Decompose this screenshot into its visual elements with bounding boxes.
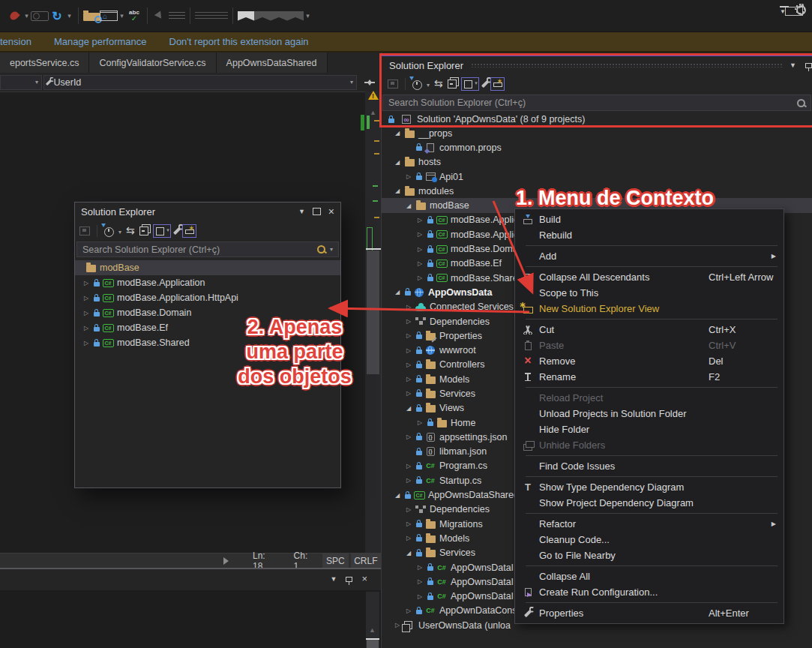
expander-icon[interactable] [415, 231, 425, 238]
scroll-up-icon[interactable]: ▲ [370, 109, 376, 116]
refactor[interactable]: Refactor ▶ [515, 516, 784, 532]
expander-icon[interactable] [392, 188, 403, 194]
warning-icon[interactable] [368, 91, 379, 100]
maximize-icon[interactable] [313, 208, 321, 215]
dropdown-icon[interactable] [22, 6, 31, 26]
show-all-files-icon[interactable] [461, 77, 479, 91]
hosts[interactable]: hosts [382, 155, 812, 170]
pin-icon[interactable] [346, 577, 352, 582]
hide-folder[interactable]: Hide Folder ▶ [515, 422, 784, 437]
expander-icon[interactable] [403, 520, 414, 527]
line-ending-indicator[interactable]: CRLF [351, 554, 381, 569]
clear-bookmarks-icon[interactable] [287, 11, 304, 21]
expander-icon[interactable] [403, 362, 414, 368]
dropdown-icon[interactable] [118, 226, 121, 236]
search-input[interactable]: Search Solution Explorer (Ctrl+ç) ▾ [76, 242, 339, 257]
expander-icon[interactable] [415, 246, 425, 253]
expander-icon[interactable] [415, 419, 425, 426]
overflow-icon[interactable] [304, 6, 312, 26]
expander-icon[interactable] [392, 492, 403, 499]
expander-icon[interactable] [415, 260, 425, 267]
show-type-dependency-diagram[interactable]: Show Type Dependency Diagram ▶ [515, 479, 784, 495]
spaces-indicator[interactable]: SPC [322, 554, 349, 569]
restart-icon[interactable] [49, 6, 65, 26]
collapse-all[interactable]: Collapse All ▶ [515, 568, 784, 584]
toolbar-separator[interactable] [147, 8, 148, 24]
pending-changes-filter-icon[interactable] [412, 80, 422, 90]
chevron-down-icon[interactable]: ▼ [298, 208, 305, 215]
chevron-down-icon[interactable]: ▼ [790, 62, 796, 69]
document-list-icon[interactable] [780, 6, 789, 15]
close-icon[interactable]: × [328, 208, 334, 215]
home-window-icon[interactable] [100, 10, 118, 21]
expander-icon[interactable] [403, 173, 414, 180]
expander-icon[interactable] [403, 405, 414, 412]
expander-icon[interactable] [392, 159, 403, 166]
indent-decrease-icon[interactable] [195, 12, 211, 20]
preview-selected-items-icon[interactable] [490, 77, 505, 91]
eportsservice-cs[interactable]: eportsService.cs [0, 52, 89, 73]
sync-selection-icon[interactable] [79, 226, 90, 236]
expander-icon[interactable] [403, 390, 414, 397]
expander-icon[interactable] [403, 506, 414, 513]
unload-projects-in-solution-folder[interactable]: Unload Projects in Solution Folder ▶ [515, 406, 784, 422]
properties-icon[interactable] [173, 227, 181, 235]
build[interactable]: Build ▶ [515, 212, 784, 227]
expander-icon[interactable] [415, 593, 425, 600]
dropdown-icon[interactable] [65, 6, 73, 26]
floating-window-title-bar[interactable]: Solution Explorer ▼ × [75, 202, 340, 220]
rebuild[interactable]: Rebuild ▶ [515, 227, 784, 243]
search-icon[interactable] [797, 99, 805, 107]
props[interactable]: __props [382, 126, 812, 140]
scroll-up-icon[interactable]: ▲ [369, 626, 376, 634]
appownsdatashared[interactable]: AppOwnsDataShared [217, 52, 328, 73]
bottom-panel-scrollbar[interactable]: ▲ [366, 592, 379, 648]
member-dropdown[interactable]: UserId ▾ [43, 75, 357, 90]
unhide-folders[interactable]: Unhide Folders ▶ [515, 437, 784, 453]
collapse-all-icon[interactable] [139, 226, 148, 236]
chevron-down-icon[interactable]: ▾ [330, 246, 333, 253]
rename[interactable]: Rename F2 ▶ [515, 369, 784, 385]
sync-selection-icon[interactable] [388, 80, 398, 88]
expander-icon[interactable] [403, 477, 414, 484]
history-icon[interactable] [31, 11, 49, 21]
info-bar-link[interactable]: tension [0, 36, 31, 47]
play-icon[interactable] [223, 557, 229, 565]
expander-icon[interactable] [403, 318, 414, 325]
configvalidatorservice-cs[interactable]: ConfigValidatorService.cs [89, 52, 216, 73]
preview-selected-items-icon[interactable] [182, 224, 196, 238]
common-props[interactable]: common.props [382, 140, 812, 154]
scrollbar-thumb[interactable] [367, 640, 379, 648]
expander-icon[interactable] [415, 564, 425, 571]
info-bar-link[interactable]: Manage performance [54, 36, 147, 47]
api01[interactable]: Api01 [382, 170, 812, 184]
toolbar-separator[interactable] [78, 8, 79, 24]
collapse-all-descendants[interactable]: Collapse All Descendants Ctrl+Left Arrow… [515, 269, 784, 285]
reload-project[interactable]: Reload Project ▶ [515, 390, 784, 406]
expander-icon[interactable] [403, 608, 414, 614]
add[interactable]: Add ▶ [515, 248, 784, 264]
pin-icon[interactable] [805, 63, 812, 68]
cut[interactable]: Cut Ctrl+X ▶ [515, 322, 784, 338]
solution-explorer-title-bar[interactable]: Solution Explorer ▼ [382, 56, 812, 74]
scope-to-this[interactable]: Scope to This ▶ [515, 285, 784, 301]
expander-icon[interactable] [403, 347, 414, 354]
properties[interactable]: Properties Alt+Enter ▶ [515, 605, 784, 621]
next-bookmark-icon[interactable] [271, 11, 287, 21]
sync-with-active-document-icon[interactable] [126, 226, 135, 236]
chevron-down-icon[interactable]: ▼ [330, 575, 337, 583]
expander-icon[interactable] [81, 325, 91, 332]
go-to-file-nearby[interactable]: Go to File Nearby ▶ [515, 548, 784, 563]
dropdown-icon[interactable] [427, 79, 430, 89]
expander-icon[interactable] [415, 217, 425, 224]
modbase-application[interactable]: modBase.Application [75, 275, 340, 290]
collapse-all-icon[interactable] [448, 80, 457, 88]
previous-bookmark-icon[interactable] [254, 11, 271, 21]
modbase-application-httpapi[interactable]: modBase.Application.HttpApi [75, 290, 340, 305]
paste[interactable]: Paste Ctrl+V ▶ [515, 338, 784, 353]
indent-increase-icon[interactable] [211, 12, 228, 20]
toolbar-separator[interactable] [190, 8, 190, 24]
new-solution-explorer-view[interactable]: New Solution Explorer View ▶ [515, 301, 784, 316]
expander-icon[interactable] [403, 434, 414, 440]
bookmark-icon[interactable] [238, 11, 254, 21]
